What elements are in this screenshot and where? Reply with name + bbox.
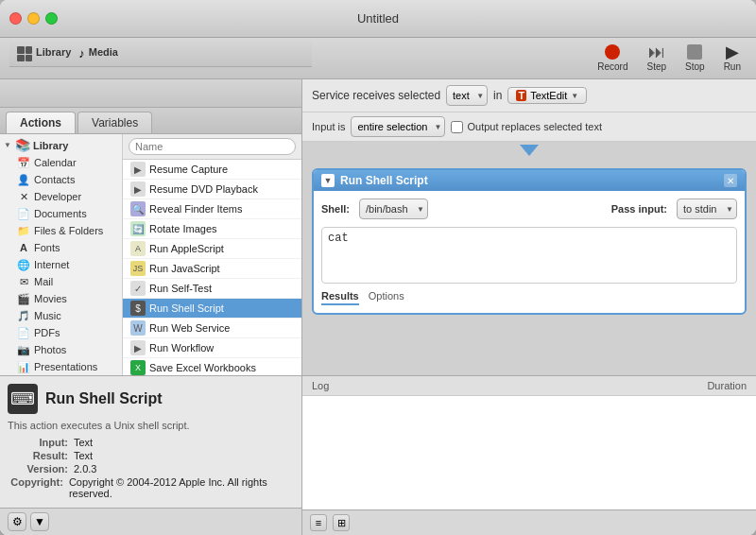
shell-shell-row: Shell: /bin/bash Pass input: to stdin	[321, 198, 737, 219]
action-run-shell-script[interactable]: $ Run Shell Script	[123, 299, 301, 319]
maximize-button[interactable]	[45, 12, 58, 25]
log-expand-icon[interactable]: ⊞	[333, 514, 350, 531]
info-row-version: Version: 2.0.3	[8, 463, 294, 475]
pass-input-label: Pass input:	[611, 203, 667, 215]
library-item-movies[interactable]: 🎬 Movies	[0, 290, 122, 307]
step-button[interactable]: ⏭ Step	[641, 43, 672, 74]
action-save-excel-label: Save Excel Workbooks	[149, 362, 256, 373]
library-item-calendar[interactable]: 📅 Calendar	[0, 154, 122, 171]
action-resume-dvd[interactable]: ▶ Resume DVD Playback	[123, 180, 301, 199]
action-resume-capture[interactable]: ▶ Resume Capture	[123, 160, 301, 180]
shell-tabs: Results Options	[321, 286, 737, 305]
toolbar: Library ♪ Media Record ⏭ Step Stop ▶ Run	[0, 38, 756, 79]
mail-label: Mail	[34, 276, 53, 287]
library-item-fonts[interactable]: A Fonts	[0, 239, 122, 256]
action-run-workflow-label: Run Workflow	[149, 342, 214, 354]
documents-icon: 📄	[17, 207, 30, 220]
info-settings-button[interactable]: ⚙	[8, 512, 26, 531]
workflow-area[interactable]: ▼ Run Shell Script ✕ Shell: /bin/bash	[302, 159, 756, 375]
tab-variables[interactable]: Variables	[77, 112, 152, 133]
info-description: This action executes a Unix shell script…	[8, 420, 294, 431]
photos-icon: 📷	[17, 343, 30, 356]
library-item-music[interactable]: 🎵 Music	[0, 307, 122, 324]
mail-icon: ✉	[17, 275, 30, 288]
action-resume-dvd-label: Resume DVD Playback	[149, 183, 258, 195]
library-item-pdfs[interactable]: 📄 PDFs	[0, 324, 122, 341]
close-button[interactable]	[9, 12, 22, 25]
library-item-developer[interactable]: ✕ Developer	[0, 188, 122, 205]
expand-icon: ▼	[34, 515, 45, 528]
pass-input-select[interactable]: to stdin	[677, 198, 737, 219]
shell-script-textarea[interactable]: cat	[321, 227, 737, 284]
contacts-label: Contacts	[34, 174, 75, 185]
movies-label: Movies	[34, 293, 67, 304]
shell-script-card: ▼ Run Shell Script ✕ Shell: /bin/bash	[312, 168, 747, 315]
resume-capture-icon: ▶	[130, 162, 146, 177]
action-run-javascript[interactable]: JS Run JavaScript	[123, 259, 301, 279]
info-icon: ⌨	[10, 388, 35, 409]
titlebar: Untitled	[0, 0, 756, 38]
card-close-button[interactable]: ✕	[724, 174, 737, 187]
action-run-applescript-label: Run AppleScript	[149, 243, 224, 254]
shell-label: Shell:	[321, 203, 350, 215]
pdfs-label: PDFs	[34, 327, 60, 338]
log-bottom-bar: ≡ ⊞	[302, 509, 756, 535]
record-icon	[605, 44, 620, 60]
input-selection-select[interactable]: entire selection	[351, 116, 445, 137]
stop-button[interactable]: Stop	[679, 43, 711, 74]
library-item-files-folders[interactable]: 📁 Files & Folders	[0, 222, 122, 239]
service-app-selector[interactable]: T TextEdit ▼	[507, 87, 587, 104]
developer-label: Developer	[34, 191, 81, 202]
library-button[interactable]: Library	[36, 46, 71, 61]
movies-icon: 🎬	[17, 292, 30, 305]
tabs-bar: Actions Variables	[0, 108, 301, 134]
run-shell-icon: $	[130, 301, 146, 316]
stop-label: Stop	[685, 61, 705, 72]
shell-tab-results[interactable]: Results	[321, 290, 359, 305]
library-icon	[17, 46, 32, 61]
action-reveal-finder[interactable]: 🔍 Reveal Finder Items	[123, 199, 301, 219]
connector-arrow-icon	[520, 145, 539, 156]
library-item-internet[interactable]: 🌐 Internet	[0, 256, 122, 273]
library-item-mail[interactable]: ✉ Mail	[0, 273, 122, 290]
action-run-web-service[interactable]: W Run Web Service	[123, 319, 301, 338]
info-expand-button[interactable]: ▼	[30, 512, 49, 531]
action-run-applescript[interactable]: A Run AppleScript	[123, 239, 301, 259]
music-label: Music	[34, 310, 61, 321]
result-label: Result:	[8, 450, 74, 461]
output-replaces-label[interactable]: Output replaces selected text	[451, 121, 601, 133]
output-replaces-checkbox[interactable]	[451, 121, 463, 133]
minimize-button[interactable]	[27, 12, 40, 25]
library-item-documents[interactable]: 📄 Documents	[0, 205, 122, 222]
action-run-self-test[interactable]: ✓ Run Self-Test	[123, 279, 301, 299]
resume-dvd-icon: ▶	[130, 181, 146, 197]
input-line: Input is entire selection Output replace…	[302, 112, 756, 142]
log-list-icon[interactable]: ≡	[310, 514, 327, 531]
calendar-icon: 📅	[17, 156, 30, 169]
tab-actions[interactable]: Actions	[6, 112, 76, 133]
version-label: Version:	[8, 463, 74, 475]
pdfs-icon: 📄	[17, 326, 30, 339]
shell-tab-options[interactable]: Options	[369, 290, 404, 305]
library-item-contacts[interactable]: 👤 Contacts	[0, 171, 122, 188]
action-rotate-images[interactable]: 🔄 Rotate Images	[123, 219, 301, 239]
shell-select[interactable]: /bin/bash	[359, 198, 428, 219]
main-window: Untitled Library ♪ Media Record ⏭ Step S…	[0, 0, 756, 535]
library-item-presentations[interactable]: 📊 Presentations	[0, 358, 122, 375]
run-button[interactable]: ▶ Run	[718, 43, 747, 74]
main-content: Actions Variables ▼ 📚 Library 📅 Calendar	[0, 79, 756, 535]
library-section-header[interactable]: ▼ 📚 Library	[0, 136, 122, 154]
service-text-select[interactable]: text	[446, 85, 488, 106]
search-input[interactable]	[129, 138, 296, 155]
record-button[interactable]: Record	[592, 43, 633, 74]
run-self-test-icon: ✓	[130, 281, 146, 296]
library-item-photos[interactable]: 📷 Photos	[0, 341, 122, 358]
input-label: Input:	[8, 437, 74, 448]
service-in-label: in	[493, 89, 502, 102]
action-run-web-service-label: Run Web Service	[149, 322, 230, 334]
action-run-workflow[interactable]: ▶ Run Workflow	[123, 338, 301, 358]
action-save-excel[interactable]: X Save Excel Workbooks	[123, 358, 301, 375]
card-collapse-icon[interactable]: ▼	[321, 174, 335, 187]
right-panel: Service receives selected text in T Text…	[302, 79, 756, 535]
media-button[interactable]: Media	[89, 46, 118, 61]
